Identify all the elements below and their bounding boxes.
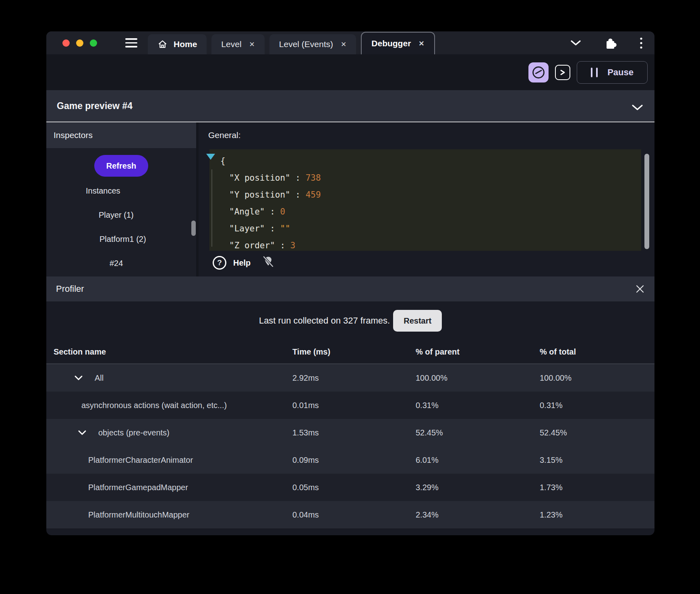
json-value: 459 [306,190,321,200]
json-line: "Angle" : 0 [220,203,641,220]
home-icon [157,39,168,49]
profiler-table: Section name Time (ms) % of parent % of … [46,340,654,528]
maximize-window-button[interactable] [90,39,97,47]
tree-item-instances[interactable]: Instances [46,179,196,203]
chevron-down-icon[interactable] [632,102,643,113]
json-line: "Y position" : 459 [220,186,641,203]
tab-close-icon[interactable]: ✕ [249,40,255,49]
column-time: Time (ms) [292,347,416,357]
tree-item-label: Platform1 (2) [99,235,146,244]
chevron-down-icon[interactable] [78,430,87,435]
inspectors-panel: Inspectors Refresh Instances Player (1) … [46,122,196,276]
percent-of-parent-value: 0.31% [416,401,540,410]
table-row[interactable]: PlatformerGamepadMapper 0.05ms 3.29% 1.7… [46,474,654,501]
time-value: 0.04ms [292,510,416,520]
tab-level-events[interactable]: Level (Events) ✕ [269,34,356,54]
section-name: All [95,373,104,383]
chevron-down-icon[interactable] [74,375,83,381]
restart-button[interactable]: Restart [393,310,442,332]
section-name: PlatformerGamepadMapper [88,483,188,492]
tab-home[interactable]: Home [148,34,207,54]
help-icon[interactable]: ? [213,256,226,270]
general-title: General: [199,122,654,148]
tab-label: Level (Events) [279,39,333,49]
table-row[interactable]: All 2.92ms 100.00% 100.00% [46,364,654,392]
titlebar: Home Level ✕ Level (Events) ✕ Debugger ✕ [46,31,654,54]
minimize-window-button[interactable] [76,39,83,47]
json-key: "X position" [229,173,290,183]
tab-level[interactable]: Level ✕ [211,34,264,54]
tree-item-platform1[interactable]: Platform1 (2) [46,227,196,251]
extensions-puzzle-icon[interactable] [604,36,617,50]
time-value: 0.05ms [292,483,416,492]
percent-of-total-value: 1.23% [540,510,654,520]
console-button[interactable] [555,65,570,80]
tree-item-player[interactable]: Player (1) [46,203,196,227]
column-section-name: Section name [54,347,292,357]
hamburger-menu-button[interactable] [125,38,137,47]
json-key: "Z order" [229,241,275,250]
json-key: "Y position" [229,190,290,200]
percent-of-parent-value: 100.00% [416,373,540,383]
json-key: "Layer" [229,224,265,233]
time-value: 1.53ms [292,428,416,437]
chevron-down-icon[interactable] [570,40,581,46]
profiler-header: Profiler [46,276,654,301]
time-value: 0.09ms [292,456,416,465]
close-window-button[interactable] [62,39,70,47]
percent-of-total-value: 52.45% [540,428,654,437]
percent-of-total-value: 100.00% [540,373,654,383]
refresh-button[interactable]: Refresh [94,155,148,177]
tab-label: Level [221,39,241,49]
percent-of-parent-value: 6.01% [416,456,540,465]
json-key: { [220,156,226,166]
pin-off-icon[interactable] [262,255,274,270]
debugger-window: Home Level ✕ Level (Events) ✕ Debugger ✕ [46,31,654,535]
column-percent-of-total: % of total [540,347,654,357]
collapse-triangle-icon[interactable] [206,154,215,160]
tab-close-icon[interactable]: ✕ [418,39,424,48]
tab-debugger[interactable]: Debugger ✕ [361,32,435,54]
json-value: "" [280,224,290,233]
tree-item-label: Player (1) [99,210,134,220]
percent-of-total-value: 3.15% [540,456,654,465]
desktop-background: Home Level ✕ Level (Events) ✕ Debugger ✕ [0,0,700,594]
pause-label: Pause [607,67,634,78]
gauge-icon [532,66,545,79]
table-row[interactable]: objects (pre-events) 1.53ms 52.45% 52.45… [46,419,654,446]
tree-item-label: #24 [110,259,123,268]
tab-bar: Home Level ✕ Level (Events) ✕ Debugger ✕ [148,32,435,54]
instances-tree: Instances Player (1) Platform1 (2) #24 [46,179,196,275]
close-icon[interactable] [635,284,645,294]
table-row[interactable]: PlatformerMultitouchMapper 0.04ms 2.34% … [46,501,654,528]
profiler-table-body: All 2.92ms 100.00% 100.00% asynchronous … [46,364,654,528]
toolbar: Pause [46,54,654,90]
table-row[interactable]: asynchronous actions (wait action, etc..… [46,392,654,419]
percent-of-total-value: 0.31% [540,401,654,410]
time-value: 2.92ms [292,373,416,383]
pause-button[interactable]: Pause [577,61,648,84]
tree-item-24[interactable]: #24 [46,251,196,275]
profiler-status-row: Last run collected on 327 frames. Restar… [46,301,654,340]
indent-guide [211,169,212,247]
profiler-table-header: Section name Time (ms) % of parent % of … [46,340,654,364]
tree-item-label: Instances [86,186,120,196]
general-scrollbar[interactable] [644,154,649,249]
tab-close-icon[interactable]: ✕ [341,40,346,49]
json-value: 738 [306,173,321,183]
chevron-right-icon [560,69,565,76]
game-preview-accordion[interactable]: Game preview #4 [46,90,654,122]
json-value: 3 [290,241,296,250]
percent-of-parent-value: 52.45% [416,428,540,437]
kebab-menu-icon[interactable] [640,37,642,49]
table-row[interactable]: PlatformerCharacterAnimator 0.09ms 6.01%… [46,446,654,474]
inspectors-scrollbar[interactable] [191,221,196,236]
json-key: "Angle" [229,207,265,217]
json-value: 0 [280,207,285,217]
section-name: asynchronous actions (wait action, etc..… [81,401,227,410]
inspectors-title: Inspectors [54,130,93,140]
profiler-gauge-button[interactable] [528,62,549,82]
game-preview-title: Game preview #4 [57,101,133,111]
json-line: "Layer" : "" [220,220,641,237]
help-label[interactable]: Help [233,258,251,268]
